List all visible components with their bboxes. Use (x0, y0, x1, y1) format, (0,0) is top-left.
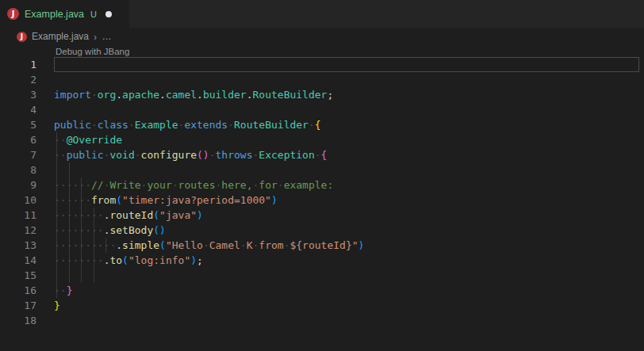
code-line[interactable]: 17} (0, 298, 644, 313)
editor-lines: 123import·org.apache.camel.builder.Route… (0, 57, 644, 328)
code-line[interactable]: 14········.to("log:info"); (0, 253, 644, 268)
line-number: 3 (0, 87, 36, 102)
code-text: ······from("timer:java?period=1000") (54, 193, 278, 208)
line-number: 2 (0, 72, 36, 87)
code-text: ··} (54, 283, 72, 298)
line-number: 16 (0, 283, 36, 298)
indent-guide (69, 162, 70, 177)
tab-example-java[interactable]: J Example.java U (0, 0, 129, 28)
java-file-icon: J (17, 32, 27, 42)
tab-label: Example.java (25, 9, 84, 20)
line-number: 5 (0, 117, 36, 132)
code-line[interactable]: 8 (0, 162, 644, 177)
code-text: ··········.simple("Hello·Camel·K·from·${… (54, 238, 364, 253)
breadcrumb-file[interactable]: Example.java (32, 31, 89, 42)
codelens-debug-with-jbang-link[interactable]: Debug with JBang (56, 47, 129, 56)
java-icon-letter: J (21, 32, 23, 40)
indent-guide (56, 162, 57, 177)
code-text: ········.routeId("java") (54, 208, 203, 223)
code-line[interactable]: 7··public·void·configure()·throws·Except… (0, 147, 644, 162)
line-number: 9 (0, 177, 36, 193)
indent-guide (56, 268, 57, 283)
code-line[interactable]: 3import·org.apache.camel.builder.RouteBu… (0, 87, 644, 102)
code-line[interactable]: 9······//·Write·your·routes·here,·for·ex… (0, 177, 644, 193)
java-icon-letter: J (12, 10, 15, 18)
indent-guide (69, 268, 70, 283)
line-number: 7 (0, 147, 36, 162)
code-text: ······//·Write·your·routes·here,·for·exa… (54, 177, 333, 193)
tab-bar: J Example.java U (0, 0, 644, 28)
unsaved-changes-dot-icon[interactable] (105, 11, 112, 17)
line-number: 15 (0, 268, 36, 283)
code-text: ········.to("log:info"); (54, 253, 203, 268)
vscode-window: J Example.java U J Example.java › … Debu… (0, 0, 644, 351)
line-number: 13 (0, 238, 36, 253)
line-number: 12 (0, 223, 36, 238)
code-line[interactable]: 4 (0, 102, 644, 117)
git-status-badge: U (90, 10, 97, 19)
code-text: public·class·Example·extends·RouteBuilde… (54, 117, 321, 132)
code-text: ··public·void·configure()·throws·Excepti… (54, 147, 327, 162)
code-line[interactable]: 12········.setBody() (0, 223, 644, 238)
code-line[interactable]: 16··} (0, 283, 644, 298)
code-text: } (54, 298, 60, 313)
line-number: 4 (0, 102, 36, 117)
breadcrumb: J Example.java › … (0, 28, 644, 45)
code-line[interactable]: 2 (0, 72, 644, 87)
codelens-row: Debug with JBang (0, 45, 644, 57)
code-text: ··@Override (54, 132, 122, 147)
indent-guide (94, 268, 94, 283)
code-line[interactable]: 10······from("timer:java?period=1000") (0, 193, 644, 208)
code-text: ········.setBody() (54, 223, 166, 238)
code-text: import·org.apache.camel.builder.RouteBui… (54, 87, 333, 102)
line-number: 8 (0, 162, 36, 177)
code-line[interactable]: 6··@Override (0, 132, 644, 147)
code-line[interactable]: 5public·class·Example·extends·RouteBuild… (0, 117, 644, 132)
code-line[interactable]: 11········.routeId("java") (0, 208, 644, 223)
line-number: 17 (0, 298, 36, 313)
line-number: 14 (0, 253, 36, 268)
code-line[interactable]: 1 (0, 57, 644, 72)
line-number: 11 (0, 208, 36, 223)
line-number: 10 (0, 193, 36, 208)
indent-guide (81, 268, 82, 283)
line-number: 18 (0, 313, 36, 328)
line-number: 6 (0, 132, 36, 147)
breadcrumb-ellipsis[interactable]: … (102, 31, 112, 42)
java-file-icon: J (7, 8, 19, 20)
current-line-highlight (54, 57, 639, 72)
code-line[interactable]: 18 (0, 313, 644, 328)
code-line[interactable]: 15 (0, 268, 644, 283)
code-editor[interactable]: Debug with JBang 123import·org.apache.ca… (0, 45, 644, 351)
chevron-right-icon: › (94, 31, 97, 43)
line-number: 1 (0, 57, 36, 72)
code-line[interactable]: 13··········.simple("Hello·Camel·K·from·… (0, 238, 644, 253)
